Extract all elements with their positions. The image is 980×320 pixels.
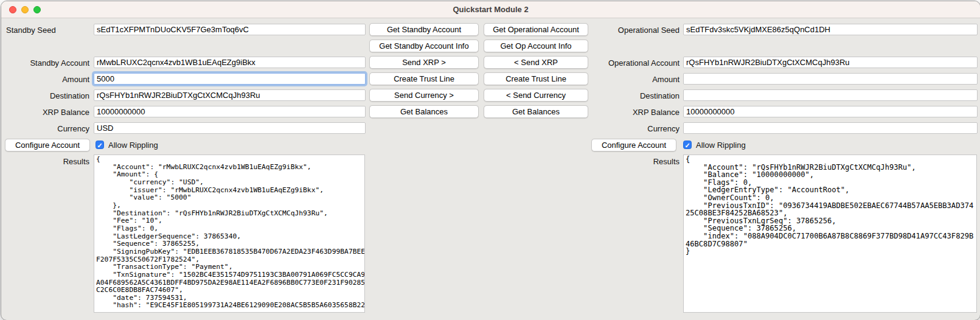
window-title: Quickstart Module 2	[1, 1, 980, 18]
standby-seed-input[interactable]	[94, 24, 366, 35]
operational-account-input[interactable]	[683, 57, 978, 68]
standby-xrp-balance-input[interactable]	[94, 106, 366, 117]
standby-currency-input[interactable]	[94, 122, 366, 134]
send-xrp-standby-button[interactable]: Send XRP >	[369, 56, 479, 69]
get-standby-account-info-button[interactable]: Get Standby Account Info	[369, 40, 479, 52]
standby-xrp-balance-label: XRP Balance	[1, 106, 89, 118]
operational-destination-label: Destination	[585, 90, 679, 102]
create-trust-line-standby-button[interactable]: Create Trust Line	[369, 72, 479, 85]
standby-allow-rippling-checkbox[interactable]: ✓	[96, 141, 104, 149]
standby-account-label: Standby Account	[1, 57, 89, 69]
standby-allow-rippling-label: Allow Rippling	[108, 140, 158, 150]
standby-results-textarea[interactable]: { "Account": "rMwbLRUXC2qcnx4zvb1WB1uEAq…	[94, 155, 365, 313]
standby-destination-input[interactable]	[94, 89, 366, 101]
operational-configure-account-button[interactable]: Configure Account	[591, 139, 676, 151]
standby-seed-label: Standby Seed	[6, 24, 56, 36]
operational-currency-label: Currency	[585, 123, 679, 134]
send-xrp-operational-button[interactable]: < Send XRP	[484, 56, 588, 69]
standby-amount-input[interactable]	[94, 73, 366, 85]
operational-destination-input[interactable]	[683, 89, 978, 101]
operational-xrp-balance-label: XRP Balance	[585, 106, 679, 118]
operational-results-textarea[interactable]: { "Account": "rQsFHYb1nRWJR2BiuDTXgCtXCM…	[683, 155, 977, 313]
send-currency-standby-button[interactable]: Send Currency >	[369, 89, 479, 102]
standby-amount-label: Amount	[1, 74, 89, 85]
operational-allow-rippling-checkbox[interactable]: ✓	[683, 141, 692, 149]
form-area: Standby Seed Standby Account Amount Dest…	[1, 18, 980, 320]
operational-account-label: Operational Account	[585, 57, 679, 69]
operational-seed-input[interactable]	[683, 24, 978, 35]
send-currency-operational-button[interactable]: < Send Currency	[484, 89, 588, 102]
operational-seed-label: Operational Seed	[585, 24, 679, 36]
get-op-account-info-button[interactable]: Get Op Account Info	[484, 40, 588, 52]
standby-results-label: Results	[1, 156, 89, 167]
standby-currency-label: Currency	[1, 123, 89, 134]
operational-currency-input[interactable]	[683, 122, 978, 134]
standby-configure-account-button[interactable]: Configure Account	[5, 139, 90, 151]
operational-amount-label: Amount	[585, 74, 679, 85]
app-window: Quickstart Module 2 Standby Seed Standby…	[1, 1, 980, 320]
operational-allow-rippling-label: Allow Rippling	[696, 140, 746, 150]
create-trust-line-operational-button[interactable]: Create Trust Line	[484, 72, 588, 85]
get-balances-operational-button[interactable]: Get Balances	[484, 105, 588, 118]
operational-results-label: Results	[585, 156, 679, 167]
operational-amount-input[interactable]	[683, 73, 978, 85]
standby-account-input[interactable]	[94, 57, 366, 68]
title-bar: Quickstart Module 2	[1, 1, 980, 18]
get-standby-account-button[interactable]: Get Standby Account	[369, 23, 479, 36]
get-operational-account-button[interactable]: Get Operational Account	[484, 23, 588, 36]
standby-destination-label: Destination	[1, 90, 89, 102]
get-balances-standby-button[interactable]: Get Balances	[369, 105, 479, 118]
operational-xrp-balance-input[interactable]	[683, 106, 978, 117]
